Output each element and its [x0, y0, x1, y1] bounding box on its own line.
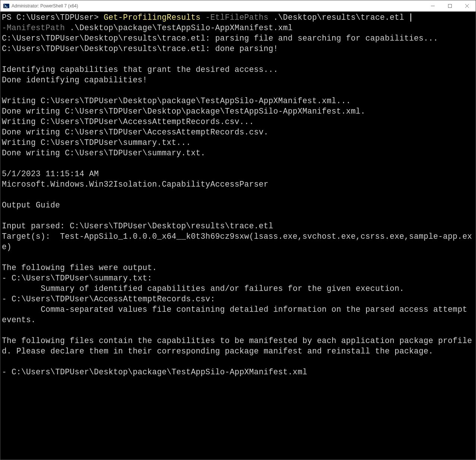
output-line: Summary of identified capabilities and/o…	[2, 284, 404, 293]
output-line: Microsoft.Windows.Win32Isolation.Capabil…	[2, 180, 269, 189]
svg-rect-2	[448, 4, 452, 7]
output-line: Done identifying capabilities!	[2, 76, 147, 85]
param-value: .\Desktop\package\TestAppSilo-AppXManife…	[65, 23, 293, 32]
powershell-window: Administrator: PowerShell 7 (x64) PS C:\…	[0, 0, 476, 460]
titlebar[interactable]: Administrator: PowerShell 7 (x64)	[0, 0, 476, 12]
output-line: - C:\Users\TDPUser\Desktop\package\TestA…	[2, 368, 307, 377]
cmdlet-name: Get-ProfilingResults	[104, 13, 200, 22]
cursor	[410, 13, 411, 22]
output-line: Writing C:\Users\TDPUser\AccessAttemptRe…	[2, 117, 254, 126]
param-value: .\Desktop\results\trace.etl	[269, 13, 409, 22]
output-line: Identifying capabilities that grant the …	[2, 65, 278, 74]
output-line: The following files contain the capabili…	[2, 336, 472, 356]
terminal-output[interactable]: PS C:\Users\TDPUser> Get-ProfilingResult…	[0, 12, 476, 460]
output-line: Done writing C:\Users\TDPUser\Desktop\pa…	[2, 107, 365, 116]
window-controls	[424, 0, 476, 11]
output-line: Writing C:\Users\TDPUser\Desktop\package…	[2, 96, 351, 105]
output-line: Writing C:\Users\TDPUser\summary.txt...	[2, 138, 191, 147]
maximize-button[interactable]	[441, 0, 458, 11]
output-line: - C:\Users\TDPUser\summary.txt:	[2, 274, 152, 283]
output-line: Input parsed: C:\Users\TDPUser\Desktop\r…	[2, 222, 273, 231]
output-line: Done writing C:\Users\TDPUser\summary.tx…	[2, 149, 206, 158]
output-line: Comma-separated values file containing d…	[2, 305, 472, 324]
output-line: Done writing C:\Users\TDPUser\AccessAtte…	[2, 128, 269, 137]
output-line: 5/1/2023 11:15:14 AM	[2, 169, 99, 178]
output-line: C:\Users\TDPUser\Desktop\results\trace.e…	[2, 34, 438, 43]
param-name: -EtlFilePaths	[201, 13, 269, 22]
powershell-icon	[3, 3, 9, 9]
output-line: Target(s): Test-AppSilo_1.0.0.0_x64__k0t…	[2, 232, 472, 251]
prompt: PS C:\Users\TDPUser>	[2, 13, 104, 22]
window-title: Administrator: PowerShell 7 (x64)	[12, 3, 424, 9]
output-line: The following files were output.	[2, 263, 157, 272]
close-button[interactable]	[458, 0, 476, 11]
output-line: C:\Users\TDPUser\Desktop\results\trace.e…	[2, 44, 278, 53]
param-name: -ManifestPath	[2, 23, 65, 32]
output-line: Output Guide	[2, 201, 60, 210]
output-line: - C:\Users\TDPUser\AccessAttemptRecords.…	[2, 295, 215, 304]
minimize-button[interactable]	[424, 0, 441, 11]
